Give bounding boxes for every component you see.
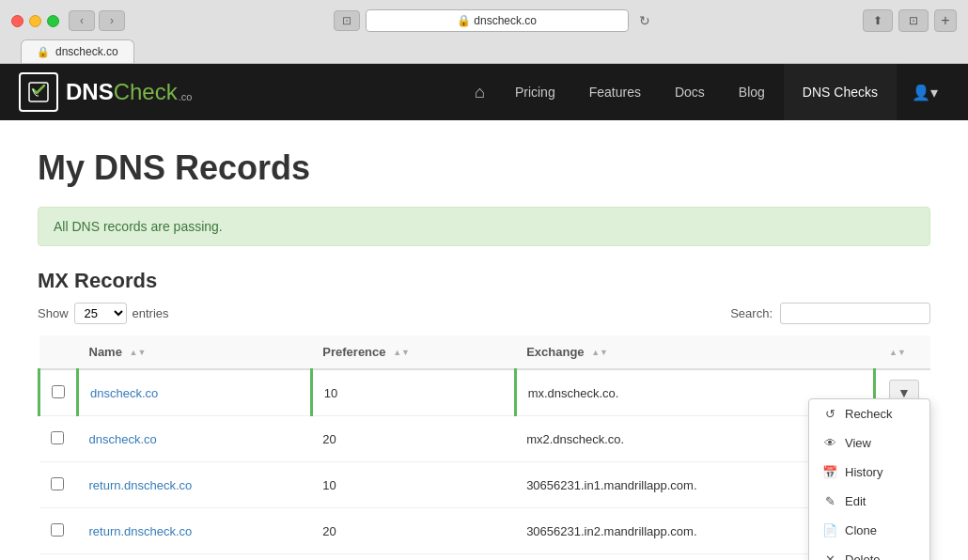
view-icon: 👁 xyxy=(822,436,837,450)
logo-dns: DNS xyxy=(66,79,114,105)
name-link[interactable]: dnscheck.co xyxy=(89,432,157,446)
nav-buttons: ‹ › xyxy=(69,10,125,31)
search-box: Search: xyxy=(730,303,930,324)
row-preference: 10 xyxy=(311,369,515,416)
row-preference: 10 xyxy=(311,462,515,508)
nav-dns-checks-link[interactable]: DNS Checks xyxy=(784,64,897,120)
row-checkbox[interactable] xyxy=(51,477,64,490)
dropdown-item-clone[interactable]: 📄Clone xyxy=(809,516,929,545)
nav-pricing-link[interactable]: Pricing xyxy=(500,77,570,107)
row-checkbox-cell xyxy=(39,369,78,416)
delete-icon: ✕ xyxy=(822,552,837,560)
browser-action-buttons: ⬆ ⊡ + xyxy=(863,9,957,32)
th-checkbox xyxy=(39,335,78,369)
success-alert: All DNS records are passing. xyxy=(38,207,930,246)
plus-button[interactable]: + xyxy=(934,9,957,32)
edit-icon: ✎ xyxy=(822,494,837,508)
row-checkbox-cell xyxy=(39,462,78,508)
nav-docs-link[interactable]: Docs xyxy=(660,77,720,107)
row-name: return.dnscheck.co xyxy=(78,462,312,508)
th-name[interactable]: Name ▲▼ xyxy=(78,335,312,369)
logo-check: Check xyxy=(114,79,178,105)
address-bar-area: ⊡ 🔒 dnscheck.co ↻ xyxy=(134,9,853,32)
table-header: Name ▲▼ Preference ▲▼ Exchange ▲▼ ▲▼ xyxy=(39,335,931,369)
url-text: dnscheck.co xyxy=(474,14,537,27)
recheck-label: Recheck xyxy=(845,407,893,421)
main-content: My DNS Records All DNS records are passi… xyxy=(0,120,968,560)
name-link[interactable]: return.dnscheck.co xyxy=(89,524,193,538)
view-label: View xyxy=(845,436,871,450)
lock-icon: 🔒 xyxy=(457,14,471,27)
delete-label: Delete xyxy=(845,552,881,560)
browser-tabs: 🔒 dnscheck.co xyxy=(11,39,957,63)
page-title: My DNS Records xyxy=(38,148,930,188)
share-button[interactable]: ⬆ xyxy=(863,9,893,32)
row-preference: 20 xyxy=(311,416,515,462)
logo-co: .co xyxy=(179,91,193,102)
th-preference[interactable]: Preference ▲▼ xyxy=(311,335,515,369)
active-tab[interactable]: 🔒 dnscheck.co xyxy=(21,39,134,63)
dropdown-menu: ↺Recheck👁View📅History✎Edit📄Clone✕Delete xyxy=(808,398,930,560)
table-body: dnscheck.co10mx.dnscheck.co.▼↺Recheck👁Vi… xyxy=(39,369,931,554)
table-row: dnscheck.co20mx2.dnscheck.co.▼ xyxy=(39,416,931,462)
records-table: Name ▲▼ Preference ▲▼ Exchange ▲▼ ▲▼ dns… xyxy=(38,335,930,554)
show-entries-control: Show 25 50 100 entries xyxy=(38,303,169,324)
history-label: History xyxy=(845,465,882,479)
tab-icon: 🔒 xyxy=(37,46,50,58)
section-title: MX Records xyxy=(38,269,930,293)
row-name: return.dnscheck.co xyxy=(78,508,312,554)
clone-icon: 📄 xyxy=(822,523,837,537)
row-checkbox[interactable] xyxy=(51,431,64,444)
minimize-dot[interactable] xyxy=(29,15,41,27)
th-actions: ▲▼ xyxy=(874,335,930,369)
logo-icon xyxy=(19,72,58,112)
row-checkbox[interactable] xyxy=(51,523,64,537)
row-checkbox[interactable] xyxy=(52,385,65,398)
alert-text: All DNS records are passing. xyxy=(54,219,223,234)
table-row: return.dnscheck.co1030656231.in1.mandril… xyxy=(39,462,931,508)
table-row: return.dnscheck.co2030656231.in2.mandril… xyxy=(39,508,931,554)
row-checkbox-cell xyxy=(39,508,78,554)
window-controls xyxy=(11,15,59,27)
nav-features-link[interactable]: Features xyxy=(574,77,656,107)
tab-title: dnscheck.co xyxy=(55,45,118,58)
history-icon: 📅 xyxy=(822,465,837,479)
clone-label: Clone xyxy=(845,523,877,537)
navbar: DNSCheck.co ⌂ Pricing Features Docs Blog… xyxy=(0,64,968,120)
refresh-button[interactable]: ↻ xyxy=(634,10,655,31)
name-link[interactable]: dnscheck.co xyxy=(90,386,158,400)
browser-chrome: ‹ › ⊡ 🔒 dnscheck.co ↻ ⬆ ⊡ + 🔒 dnscheck.c… xyxy=(0,0,968,64)
nav-blog-link[interactable]: Blog xyxy=(724,77,780,107)
row-action-cell: ▼↺Recheck👁View📅History✎Edit📄Clone✕Delete… xyxy=(874,369,930,416)
edit-label: Edit xyxy=(845,494,866,508)
forward-button[interactable]: › xyxy=(99,10,125,31)
th-exchange[interactable]: Exchange ▲▼ xyxy=(515,335,874,369)
row-preference: 20 xyxy=(311,508,515,554)
entries-label: entries xyxy=(133,306,169,320)
window-toggle-button[interactable]: ⊡ xyxy=(334,10,360,31)
show-label: Show xyxy=(38,306,69,320)
table-row: dnscheck.co10mx.dnscheck.co.▼↺Recheck👁Vi… xyxy=(39,369,931,416)
dropdown-item-edit[interactable]: ✎Edit xyxy=(809,487,929,516)
nav-links: ⌂ Pricing Features Docs Blog DNS Checks … xyxy=(463,64,949,120)
dropdown-item-recheck[interactable]: ↺Recheck xyxy=(809,399,929,428)
table-controls: Show 25 50 100 entries Search: xyxy=(38,303,930,324)
new-tab-button[interactable]: ⊡ xyxy=(898,9,929,32)
logo: DNSCheck.co xyxy=(19,72,192,112)
entries-select[interactable]: 25 50 100 xyxy=(74,303,127,324)
search-label: Search: xyxy=(730,306,773,320)
recheck-icon: ↺ xyxy=(822,407,837,421)
close-dot[interactable] xyxy=(11,15,23,27)
maximize-dot[interactable] xyxy=(47,15,59,27)
dropdown-item-delete[interactable]: ✕Delete xyxy=(809,545,929,560)
row-name: dnscheck.co xyxy=(78,416,312,462)
back-button[interactable]: ‹ xyxy=(69,10,95,31)
nav-home-link[interactable]: ⌂ xyxy=(463,75,496,110)
address-input[interactable]: 🔒 dnscheck.co xyxy=(366,9,629,32)
name-link[interactable]: return.dnscheck.co xyxy=(89,478,193,492)
dropdown-item-view[interactable]: 👁View xyxy=(809,428,929,458)
browser-titlebar: ‹ › ⊡ 🔒 dnscheck.co ↻ ⬆ ⊡ + xyxy=(11,9,957,32)
search-input[interactable] xyxy=(780,303,930,324)
nav-user-button[interactable]: 👤▾ xyxy=(900,76,949,109)
dropdown-item-history[interactable]: 📅History xyxy=(809,458,929,487)
